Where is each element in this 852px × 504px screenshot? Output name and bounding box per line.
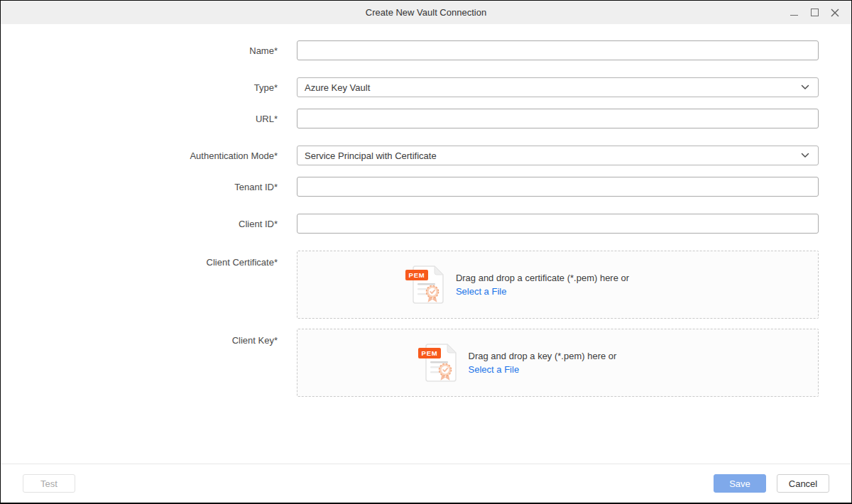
chevron-down-icon [801, 153, 809, 158]
maximize-button[interactable] [808, 6, 821, 19]
client-id-input[interactable] [297, 214, 819, 234]
form-row-name: Name* [1, 40, 851, 60]
title-bar: Create New Vault Connection [1, 1, 851, 24]
dropzone-instruction: Drag and drop a key (*.pem) here or [469, 349, 617, 363]
minimize-button[interactable] [787, 6, 800, 19]
pem-badge-label: PEM [408, 271, 425, 279]
tenant-id-input[interactable] [297, 177, 819, 197]
client-key-dropzone[interactable]: PEM Drag and drop a key (*.pem) here or … [297, 329, 819, 397]
dropzone-instruction: Drag and drop a certificate (*.pem) here… [456, 271, 629, 285]
select-file-link[interactable]: Select a File [469, 364, 520, 375]
client-id-label: Client ID* [1, 219, 278, 229]
type-select[interactable]: Azure Key Vault [297, 77, 819, 97]
name-input[interactable] [297, 40, 819, 60]
form-row-url: URL* [1, 109, 851, 128]
minimize-icon [790, 15, 798, 16]
save-button[interactable]: Save [714, 474, 766, 493]
url-input[interactable] [297, 109, 819, 128]
auth-mode-select[interactable]: Service Principal with Certificate [297, 146, 819, 165]
client-certificate-dropzone[interactable]: PEM Drag and drop a certificate (*.pem) … [297, 251, 819, 319]
pem-badge-label: PEM [421, 349, 437, 357]
url-label: URL* [1, 114, 278, 124]
dialog-footer: Test Save Cancel [1, 464, 851, 503]
maximize-icon [811, 9, 819, 16]
client-certificate-label: Client Certificate* [1, 251, 278, 268]
client-key-label: Client Key* [1, 329, 278, 346]
cancel-button[interactable]: Cancel [777, 474, 829, 493]
close-button[interactable] [829, 6, 841, 19]
test-button[interactable]: Test [23, 474, 75, 493]
type-label: Type* [1, 82, 278, 93]
form-row-type: Type* Azure Key Vault [1, 77, 851, 97]
dialog-title: Create New Vault Connection [366, 7, 486, 18]
pem-file-icon: PEM [405, 264, 445, 305]
auth-mode-label: Authentication Mode* [1, 150, 278, 161]
auth-mode-select-value: Service Principal with Certificate [305, 150, 801, 161]
form-row-tenant-id: Tenant ID* [1, 177, 851, 197]
window-controls [787, 1, 841, 24]
pem-file-icon: PEM [418, 342, 458, 383]
form-row-auth-mode: Authentication Mode* Service Principal w… [1, 146, 851, 165]
form-row-client-id: Client ID* [1, 214, 851, 234]
dialog-window: Create New Vault Connection Name* [0, 0, 852, 504]
form-row-client-certificate: Client Certificate* [1, 251, 851, 319]
chevron-down-icon [801, 84, 809, 90]
close-icon [831, 9, 839, 17]
form-row-client-key: Client Key* [1, 329, 851, 397]
type-select-value: Azure Key Vault [305, 82, 801, 93]
name-label: Name* [1, 45, 278, 56]
select-file-link[interactable]: Select a File [456, 286, 507, 297]
tenant-id-label: Tenant ID* [1, 182, 278, 192]
form-body: Name* Type* Azure Key Vault [1, 24, 851, 464]
